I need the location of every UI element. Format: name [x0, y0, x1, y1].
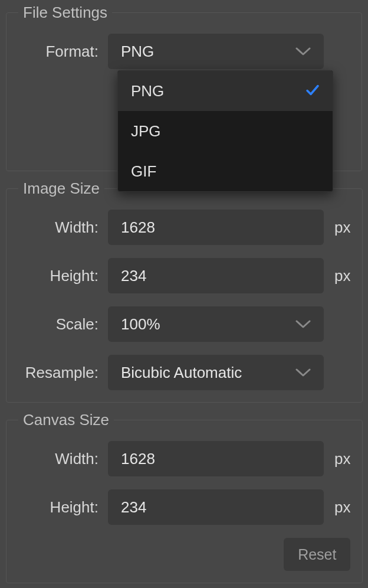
canvas-width-row: Width: 1628 px [18, 441, 350, 476]
format-value: PNG [121, 43, 154, 61]
resample-row: Resample: Bicubic Automatic [18, 355, 350, 390]
canvas-height-row: Height: 234 px [18, 489, 350, 525]
canvas-width-label: Width: [18, 450, 108, 468]
canvas-width-input[interactable]: 1628 [108, 441, 324, 476]
image-width-label: Width: [18, 218, 108, 237]
check-icon [305, 82, 320, 100]
canvas-size-legend: Canvas Size [18, 411, 114, 429]
resample-select[interactable]: Bicubic Automatic [108, 355, 324, 390]
format-select[interactable]: PNG [108, 34, 324, 69]
scale-label: Scale: [18, 315, 108, 334]
canvas-size-group: Canvas Size Width: 1628 px Height: 234 p… [6, 411, 363, 583]
format-dropdown: PNG JPG GIF [117, 70, 333, 192]
chevron-down-icon [295, 47, 311, 56]
resample-value: Bicubic Automatic [121, 364, 242, 382]
canvas-height-label: Height: [18, 498, 108, 517]
image-width-value: 1628 [121, 218, 155, 237]
format-option-label: JPG [131, 122, 161, 141]
scale-row: Scale: 100% [18, 306, 350, 342]
scale-value: 100% [121, 315, 160, 334]
format-option-gif[interactable]: GIF [118, 151, 333, 191]
format-option-label: PNG [131, 82, 164, 100]
canvas-height-input[interactable]: 234 [108, 489, 324, 525]
image-height-input[interactable]: 234 [108, 258, 324, 293]
image-size-group: Image Size Width: 1628 px Height: 234 px… [6, 179, 363, 403]
image-size-legend: Image Size [18, 179, 104, 198]
format-option-label: GIF [131, 162, 156, 181]
image-width-row: Width: 1628 px [18, 210, 350, 245]
format-option-png[interactable]: PNG [118, 71, 333, 111]
canvas-width-value: 1628 [121, 450, 155, 468]
chevron-down-icon [295, 368, 311, 377]
canvas-width-unit: px [334, 450, 350, 468]
image-height-value: 234 [121, 267, 146, 285]
chevron-down-icon [295, 319, 311, 329]
resample-label: Resample: [18, 364, 108, 382]
canvas-height-unit: px [334, 498, 350, 517]
image-height-unit: px [334, 267, 350, 285]
image-width-unit: px [334, 218, 350, 237]
file-settings-legend: File Settings [18, 4, 112, 22]
image-width-input[interactable]: 1628 [108, 210, 324, 245]
format-option-jpg[interactable]: JPG [118, 111, 333, 151]
canvas-button-row: Reset [18, 538, 350, 571]
canvas-height-value: 234 [121, 498, 146, 517]
reset-button[interactable]: Reset [284, 538, 350, 571]
image-height-row: Height: 234 px [18, 258, 350, 293]
file-settings-group: File Settings Format: PNG PNG JPG GIF [6, 4, 362, 171]
image-height-label: Height: [18, 267, 108, 285]
scale-select[interactable]: 100% [108, 306, 324, 342]
format-label: Format: [18, 43, 108, 61]
format-row: Format: PNG [18, 34, 350, 69]
